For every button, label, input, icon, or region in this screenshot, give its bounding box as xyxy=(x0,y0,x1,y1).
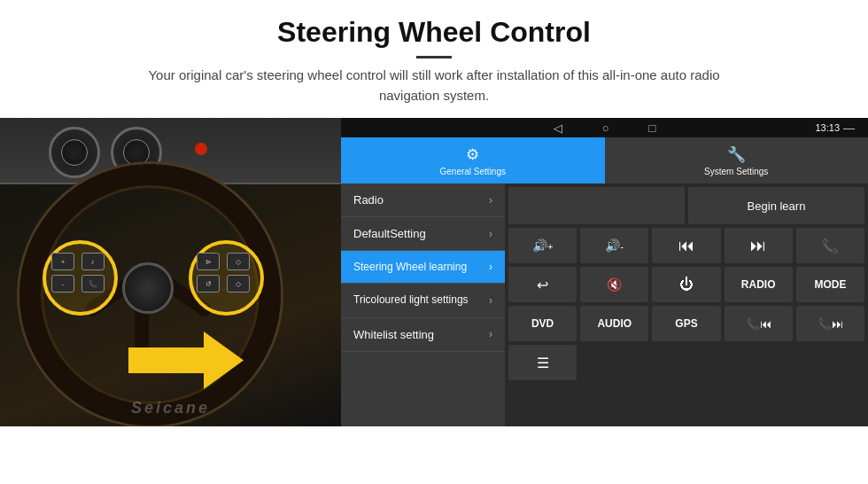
page-subtitle: Your original car's steering wheel contr… xyxy=(133,66,735,105)
ctrl-left-group: + ♪ - 📞 xyxy=(51,253,106,293)
empty-4 xyxy=(796,345,864,380)
nav-back-icon[interactable]: ◁ xyxy=(554,121,562,135)
gauge-left-icon xyxy=(49,127,100,178)
svg-marker-0 xyxy=(128,332,244,389)
menu-item-steering[interactable]: Steering Wheel learning › xyxy=(341,251,505,284)
panel-main: Radio › DefaultSetting › Steering Wheel … xyxy=(341,183,868,426)
gps-button[interactable]: GPS xyxy=(652,306,720,341)
dvd-button[interactable]: DVD xyxy=(508,306,577,341)
ctrl-btn-r2: ◇ xyxy=(227,253,250,270)
nav-home-icon[interactable]: ○ xyxy=(602,121,609,135)
menu-whitelist-label: Whitelist setting xyxy=(353,328,434,341)
sw-center xyxy=(122,262,174,314)
ctrl-btn-r4: ◇ xyxy=(227,275,250,293)
ctrl-btn-r1: ⊳ xyxy=(197,253,220,270)
prev-button[interactable]: ⏮ xyxy=(652,228,720,263)
left-menu: Radio › DefaultSetting › Steering Wheel … xyxy=(341,183,505,426)
tab-system-icon: 🔧 xyxy=(727,145,746,164)
tel-prev-button[interactable]: 📞⏮ xyxy=(725,306,793,341)
ctrl-row-3: DVD AUDIO GPS 📞⏮ 📞⏭ xyxy=(508,306,864,341)
ctrl-btn-r3: ↺ xyxy=(197,275,220,293)
menu-whitelist-chevron: › xyxy=(489,328,492,340)
page-header: Steering Wheel Control Your original car… xyxy=(0,0,868,114)
empty-1 xyxy=(580,345,648,380)
tab-system-label: System Settings xyxy=(704,167,768,176)
menu-steering-chevron: › xyxy=(489,261,492,273)
radio-button[interactable]: RADIO xyxy=(725,267,793,302)
power-button[interactable]: ⏻ xyxy=(652,267,720,302)
power-icon: ⏻ xyxy=(679,277,694,293)
menu-default-label: DefaultSetting xyxy=(353,227,426,240)
begin-learn-row: Begin learn xyxy=(508,187,864,224)
menu-item-tricoloured[interactable]: Tricoloured light settings › xyxy=(341,284,505,318)
ctrl-btn-plus: + xyxy=(51,253,74,270)
begin-learn-button[interactable]: Begin learn xyxy=(688,187,864,224)
tab-bar: ⚙ General Settings 🔧 System Settings xyxy=(341,137,868,183)
tel-prev-icon: 📞⏮ xyxy=(746,317,771,331)
back-button[interactable]: ↩ xyxy=(508,267,577,302)
menu-default-chevron: › xyxy=(489,228,492,240)
ctrl-row-4: ☰ xyxy=(508,345,864,380)
mode-label: MODE xyxy=(814,278,846,291)
phone-button[interactable]: 📞 xyxy=(796,228,864,263)
menu-button[interactable]: ☰ xyxy=(508,345,577,380)
empty-2 xyxy=(652,345,720,380)
mute-icon: 🔇 xyxy=(607,277,622,292)
nav-recent-icon[interactable]: □ xyxy=(649,121,656,135)
indicator-icon xyxy=(195,143,207,155)
ctrl-row-2: ↩ 🔇 ⏻ RADIO MODE xyxy=(508,267,864,302)
menu-item-whitelist[interactable]: Whitelist setting › xyxy=(341,318,505,352)
content-area: + ♪ - 📞 ⊳ ◇ ↺ ◇ Seicane ◁ ○ □ — xyxy=(0,118,868,426)
tel-next-icon: 📞⏭ xyxy=(818,317,843,331)
watermark-text: Seicane xyxy=(131,399,210,418)
ctrl-btn-minus: - xyxy=(51,275,74,293)
vol-down-button[interactable]: 🔊- xyxy=(580,228,648,263)
audio-label: AUDIO xyxy=(597,317,632,330)
phone-icon: 📞 xyxy=(821,238,839,254)
next-button[interactable]: ⏭ xyxy=(725,228,793,263)
menu-radio-chevron: › xyxy=(489,194,492,207)
ctrl-right-group: ⊳ ◇ ↺ ◇ xyxy=(197,253,252,293)
mode-button[interactable]: MODE xyxy=(796,267,864,302)
dvd-label: DVD xyxy=(531,317,554,330)
radio-label: RADIO xyxy=(741,278,776,291)
arrow-icon xyxy=(128,332,244,389)
empty-3 xyxy=(725,345,793,380)
nav-bar: ◁ ○ □ — 13:13 xyxy=(341,118,868,137)
nav-menu-icon[interactable]: — xyxy=(843,121,855,135)
menu-steering-label: Steering Wheel learning xyxy=(353,261,467,273)
back-icon: ↩ xyxy=(537,277,548,293)
menu-item-default[interactable]: DefaultSetting › xyxy=(341,217,505,251)
mute-button[interactable]: 🔇 xyxy=(580,267,648,302)
status-time: 13:13 xyxy=(815,122,840,133)
menu-radio-label: Radio xyxy=(353,193,384,207)
tab-general-icon: ⚙ xyxy=(466,145,479,164)
ctrl-row-1: 🔊+ 🔊- ⏮ ⏭ 📞 xyxy=(508,228,864,263)
prev-icon: ⏮ xyxy=(678,237,694,255)
ctrl-btn-music: ♪ xyxy=(81,253,105,270)
android-panel: ◁ ○ □ — 13:13 ⚙ General Settings 🔧 Syste… xyxy=(341,118,868,426)
vol-up-icon: 🔊+ xyxy=(532,238,553,253)
car-photo: + ♪ - 📞 ⊳ ◇ ↺ ◇ Seicane xyxy=(0,118,341,426)
menu-icon: ☰ xyxy=(537,355,549,371)
gps-label: GPS xyxy=(675,317,697,330)
ctrl-btn-phone: 📞 xyxy=(81,275,105,293)
next-icon: ⏭ xyxy=(750,237,766,255)
menu-item-radio[interactable]: Radio › xyxy=(341,183,505,217)
menu-tricoloured-label: Tricoloured light settings xyxy=(353,293,469,308)
tab-general-label: General Settings xyxy=(440,167,507,176)
tab-system-settings[interactable]: 🔧 System Settings xyxy=(605,137,869,183)
audio-button[interactable]: AUDIO xyxy=(580,306,648,341)
vol-up-button[interactable]: 🔊+ xyxy=(508,228,577,263)
tel-next-button[interactable]: 📞⏭ xyxy=(796,306,864,341)
blank-cell-1 xyxy=(508,187,685,224)
right-control-panel: Begin learn 🔊+ 🔊- ⏮ ⏭ xyxy=(505,183,868,426)
page-title: Steering Wheel Control xyxy=(18,16,850,49)
tab-general-settings[interactable]: ⚙ General Settings xyxy=(341,137,605,183)
title-divider xyxy=(416,56,452,59)
menu-tricoloured-chevron: › xyxy=(489,294,492,307)
vol-down-icon: 🔊- xyxy=(605,238,624,253)
